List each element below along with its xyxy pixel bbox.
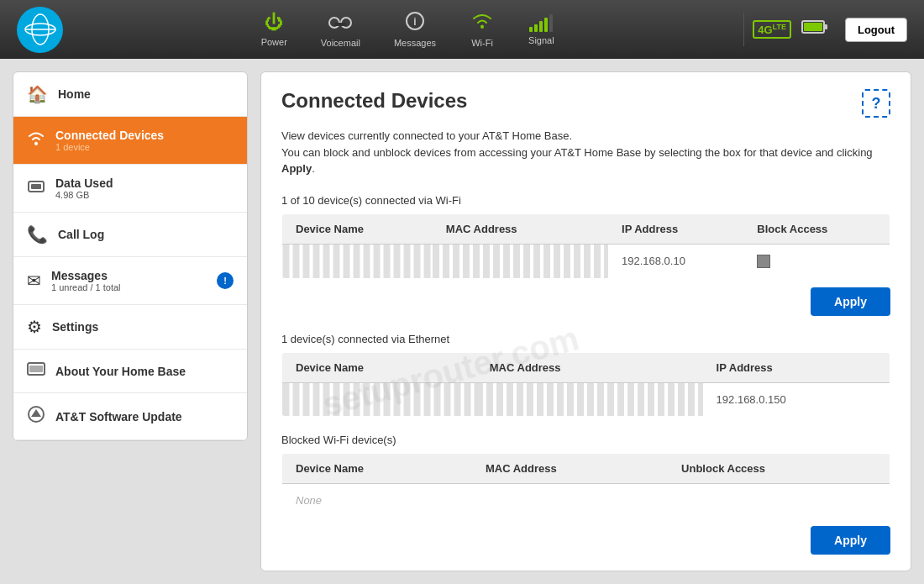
header-nav: ⏻ Power Voicemail i Messages	[80, 11, 735, 48]
svg-marker-19	[31, 409, 41, 417]
page-title: Connected Devices	[281, 89, 467, 113]
svg-text:i: i	[413, 16, 416, 28]
wifi-col-mac: MAC Address	[433, 213, 608, 244]
voicemail-icon	[328, 12, 352, 34]
wifi-block-access[interactable]	[743, 244, 890, 279]
svg-rect-11	[824, 24, 827, 29]
blocked-col-mac: MAC Address	[472, 454, 668, 484]
signal-icon	[529, 13, 553, 32]
eth-device-name	[282, 383, 476, 417]
eth-col-mac: MAC Address	[476, 353, 703, 383]
blocked-none-text: None	[282, 484, 472, 518]
wifi-ip-address: 192.168.0.10	[608, 244, 743, 279]
wifi-mac-address	[433, 244, 608, 279]
main-container: 🏠 Home Connected Devices 1 device	[0, 59, 924, 584]
ethernet-table: Device Name MAC Address IP Address 192.1…	[281, 352, 890, 417]
data-used-icon	[27, 179, 45, 198]
sidebar-item-call-log[interactable]: 📞 Call Log	[13, 213, 247, 257]
nav-messages[interactable]: i Messages	[394, 12, 436, 48]
eth-mac-address	[476, 383, 703, 417]
nav-power[interactable]: ⏻ Power	[261, 12, 287, 47]
wifi-apply-row: Apply	[281, 287, 890, 316]
blocked-table: Device Name MAC Address Unblock Access N…	[281, 453, 890, 518]
wifi-apply-button[interactable]: Apply	[811, 287, 890, 316]
sidebar-item-home[interactable]: 🏠 Home	[13, 72, 247, 117]
wifi-col-ip: IP Address	[608, 213, 743, 244]
svg-point-13	[34, 142, 38, 145]
wifi-section-title: 1 of 10 device(s) connected via Wi-Fi	[281, 194, 890, 207]
svg-rect-15	[31, 184, 41, 189]
messages-badge: !	[217, 272, 234, 289]
sidebar-item-settings[interactable]: ⚙ Settings	[13, 305, 247, 350]
ethernet-section-title: 1 device(s) connected via Ethernet	[281, 333, 890, 345]
update-icon	[27, 405, 45, 428]
svg-rect-12	[804, 23, 822, 31]
block-checkbox[interactable]	[757, 255, 770, 268]
sidebar-item-data-used[interactable]: Data Used 4.98 GB	[13, 165, 247, 213]
table-row: 192.168.0.150	[282, 383, 890, 417]
sidebar-item-about[interactable]: About Your Home Base	[13, 350, 247, 393]
wifi-col-block: Block Access	[743, 213, 890, 244]
settings-icon: ⚙	[27, 317, 42, 337]
wifi-icon	[470, 11, 495, 34]
wifi-device-name	[282, 244, 433, 279]
battery-icon	[801, 18, 828, 40]
blocked-apply-button[interactable]: Apply	[811, 526, 890, 555]
logout-button[interactable]: Logout	[845, 18, 907, 42]
blocked-mac	[472, 484, 668, 518]
help-button[interactable]: ?	[862, 89, 890, 118]
blocked-apply-row: Apply	[281, 526, 890, 555]
blocked-unblock	[668, 484, 890, 518]
wifi-col-device: Device Name	[282, 213, 433, 244]
svg-rect-17	[29, 366, 43, 372]
connected-devices-icon	[27, 131, 45, 150]
sidebar-item-connected-devices[interactable]: Connected Devices 1 device	[13, 117, 247, 165]
blocked-section: Blocked Wi-Fi device(s) Device Name MAC …	[281, 434, 890, 555]
nav-voicemail[interactable]: Voicemail	[321, 12, 360, 48]
blocked-section-title: Blocked Wi-Fi device(s)	[281, 434, 890, 446]
call-log-icon: 📞	[27, 224, 48, 245]
eth-ip-address: 192.168.0.150	[703, 383, 890, 417]
blocked-col-unblock: Unblock Access	[668, 454, 890, 484]
messages-sidebar-icon: ✉	[27, 271, 41, 291]
content-area: Connected Devices ? View devices current…	[260, 71, 911, 571]
blocked-col-device: Device Name	[282, 454, 472, 484]
table-row: None	[282, 484, 890, 518]
lte-badge: 4GLTE	[753, 20, 791, 39]
header-status: 4GLTE	[753, 18, 828, 40]
att-logo	[17, 7, 63, 53]
home-icon: 🏠	[27, 84, 48, 104]
nav-signal[interactable]: Signal	[528, 13, 554, 45]
svg-point-9	[480, 25, 484, 29]
content-header: Connected Devices ?	[281, 89, 890, 118]
messages-icon: i	[404, 12, 426, 34]
nav-wifi[interactable]: Wi-Fi	[470, 11, 495, 48]
eth-col-ip: IP Address	[703, 353, 890, 383]
wifi-table: Device Name MAC Address IP Address Block…	[281, 213, 890, 280]
wifi-section: 1 of 10 device(s) connected via Wi-Fi De…	[281, 194, 890, 317]
header-divider	[743, 13, 744, 46]
sidebar-item-update[interactable]: AT&T Software Update	[13, 393, 247, 440]
svg-rect-6	[334, 23, 346, 26]
sidebar: 🏠 Home Connected Devices 1 device	[13, 71, 248, 441]
content-description: View devices currently connected to your…	[281, 128, 890, 177]
table-row: 192.168.0.10	[282, 244, 890, 279]
about-icon	[27, 361, 45, 381]
eth-col-device: Device Name	[282, 353, 476, 383]
header: ⏻ Power Voicemail i Messages	[0, 0, 924, 59]
sidebar-item-messages[interactable]: ✉ Messages 1 unread / 1 total !	[13, 257, 247, 305]
power-icon: ⏻	[265, 12, 283, 34]
ethernet-section: 1 device(s) connected via Ethernet Devic…	[281, 333, 890, 417]
